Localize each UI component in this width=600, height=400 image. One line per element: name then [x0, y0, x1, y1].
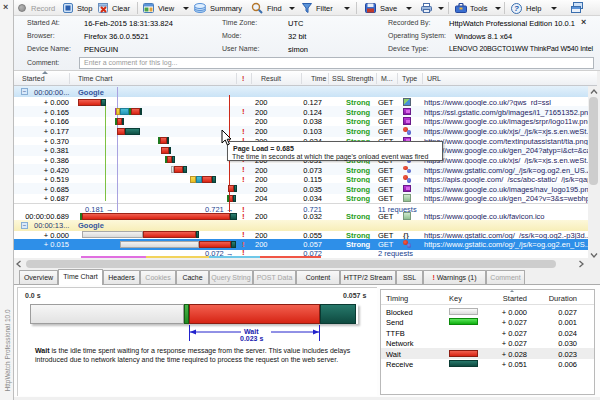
svg-text:?: ?: [514, 4, 519, 13]
